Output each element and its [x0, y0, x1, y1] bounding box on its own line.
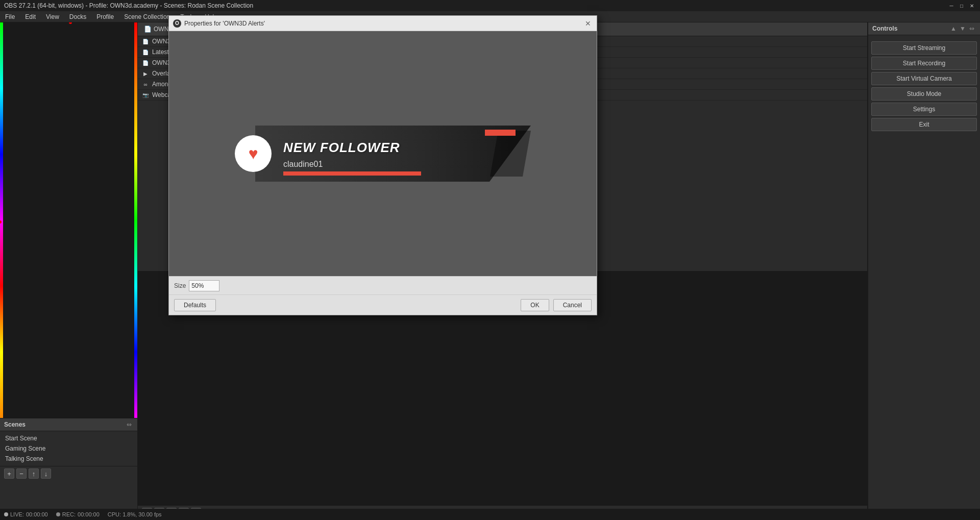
source-icon-doc2: 📄 — [142, 48, 149, 56]
source-icon-cam: 📷 — [142, 91, 149, 98]
exit-button[interactable]: Exit — [871, 118, 977, 131]
defaults-button[interactable]: Defaults — [174, 299, 216, 311]
right-panel: Controls ▲ ▼ ⇔ Start Streaming Start Rec… — [868, 22, 980, 520]
controls-buttons-area: Start Streaming Start Recording Start Vi… — [868, 35, 980, 520]
dialog-titlebar: O Properties for 'OWN3D Alerts' ✕ — [169, 16, 597, 31]
source-icon-play: ▶ — [142, 70, 149, 77]
start-virtual-camera-button[interactable]: Start Virtual Camera — [871, 72, 977, 85]
rec-dot — [56, 512, 60, 516]
status-rec: REC: 00:00:00 — [56, 511, 100, 517]
minimize-button[interactable]: ─ — [947, 2, 955, 10]
menu-scene-collection[interactable]: Scene Collection — [119, 11, 175, 22]
menu-profile[interactable]: Profile — [91, 11, 119, 22]
dialog-actions: Defaults OK Cancel — [169, 294, 597, 315]
heart-icon: ♥ — [249, 144, 258, 163]
scenes-toolbar: + − ↑ ↓ — [0, 466, 137, 481]
properties-dialog: O Properties for 'OWN3D Alerts' ✕ ♥ NEW … — [168, 15, 597, 315]
move-down-scene-button[interactable]: ↓ — [41, 468, 51, 479]
live-dot — [4, 512, 8, 516]
ok-button[interactable]: OK — [521, 299, 549, 311]
size-label: Size — [174, 282, 186, 289]
title-bar-text: OBS 27.2.1 (64-bit, windows) - Profile: … — [4, 2, 253, 9]
rainbow-right-border — [134, 22, 137, 418]
alert-title: NEW FOLLOWER — [283, 140, 500, 156]
dialog-size-bar: Size — [169, 276, 597, 294]
scenes-panel: Scenes ⇔ Start Scene Gaming Scene Talkin… — [0, 418, 137, 520]
controls-scroll-down[interactable]: ▼ — [959, 24, 967, 33]
source-icon-doc: 📄 — [142, 38, 149, 45]
rec-label: REC: — [62, 511, 76, 517]
source-icon-loop: ∞ — [142, 81, 149, 88]
controls-header-buttons: ▲ ▼ ⇔ — [949, 24, 976, 33]
title-bar-controls: ─ □ ✕ — [947, 2, 976, 10]
resize-handle-top[interactable] — [69, 22, 72, 24]
dialog-close-button[interactable]: ✕ — [583, 19, 593, 28]
controls-header: Controls ▲ ▼ ⇔ — [868, 22, 980, 35]
controls-title: Controls — [872, 25, 897, 32]
live-label: LIVE: — [10, 511, 24, 517]
move-up-scene-button[interactable]: ↑ — [29, 468, 39, 479]
remove-scene-button[interactable]: − — [16, 468, 27, 479]
alert-icon-circle: ♥ — [235, 135, 272, 172]
sources-icon: 📄 — [144, 26, 152, 33]
scenes-collapse-button[interactable]: ⇔ — [125, 420, 133, 429]
menu-edit[interactable]: Edit — [20, 11, 41, 22]
controls-scroll-up[interactable]: ▲ — [949, 24, 958, 33]
dialog-title-content: O Properties for 'OWN3D Alerts' — [173, 19, 265, 28]
scenes-header-title: Scenes — [4, 421, 26, 428]
size-input[interactable] — [189, 280, 219, 291]
scene-item-gaming[interactable]: Gaming Scene — [0, 443, 137, 454]
dialog-preview-area: ♥ NEW FOLLOWER claudine01 — [169, 31, 597, 276]
status-live: LIVE: 00:00:00 — [4, 511, 48, 517]
source-icon-doc3: 📄 — [142, 59, 149, 66]
studio-mode-button[interactable]: Studio Mode — [871, 87, 977, 101]
alert-bottom-bar — [283, 171, 421, 176]
settings-button[interactable]: Settings — [871, 103, 977, 116]
rec-time: 00:00:00 — [78, 511, 100, 517]
status-bar: LIVE: 00:00:00 REC: 00:00:00 CPU: 1.8%, … — [0, 509, 980, 520]
menu-view[interactable]: View — [41, 11, 64, 22]
alert-text-area: NEW FOLLOWER claudine01 — [283, 132, 500, 169]
cancel-button[interactable]: Cancel — [553, 299, 592, 311]
title-bar: OBS 27.2.1 (64-bit, windows) - Profile: … — [0, 0, 980, 11]
scene-item-start[interactable]: Start Scene — [0, 433, 137, 443]
start-recording-button[interactable]: Start Recording — [871, 57, 977, 70]
scenes-list: Start Scene Gaming Scene Talking Scene — [0, 431, 137, 466]
menu-file[interactable]: File — [0, 11, 20, 22]
scenes-header: Scenes ⇔ — [0, 418, 137, 431]
cpu-label: CPU: 1.8%, 30.00 fps — [108, 511, 162, 517]
alert-username: claudine01 — [283, 160, 500, 169]
dialog-title-text: Properties for 'OWN3D Alerts' — [184, 20, 265, 27]
maximize-button[interactable]: □ — [958, 2, 966, 10]
controls-collapse[interactable]: ⇔ — [968, 24, 976, 33]
dialog-app-icon: O — [173, 19, 181, 28]
status-cpu: CPU: 1.8%, 30.00 fps — [108, 511, 162, 517]
titlebar-close-button[interactable]: ✕ — [968, 2, 976, 10]
add-scene-button[interactable]: + — [4, 468, 14, 479]
dialog-ok-cancel-area: OK Cancel — [521, 299, 592, 311]
scene-item-talking[interactable]: Talking Scene — [0, 454, 137, 464]
left-panel: Scenes ⇔ Start Scene Gaming Scene Talkin… — [0, 22, 138, 520]
alert-card: ♥ NEW FOLLOWER claudine01 — [235, 126, 531, 182]
live-time: 00:00:00 — [26, 511, 48, 517]
menu-docks[interactable]: Docks — [64, 11, 91, 22]
start-streaming-button[interactable]: Start Streaming — [871, 41, 977, 55]
scene-preview — [0, 22, 137, 418]
